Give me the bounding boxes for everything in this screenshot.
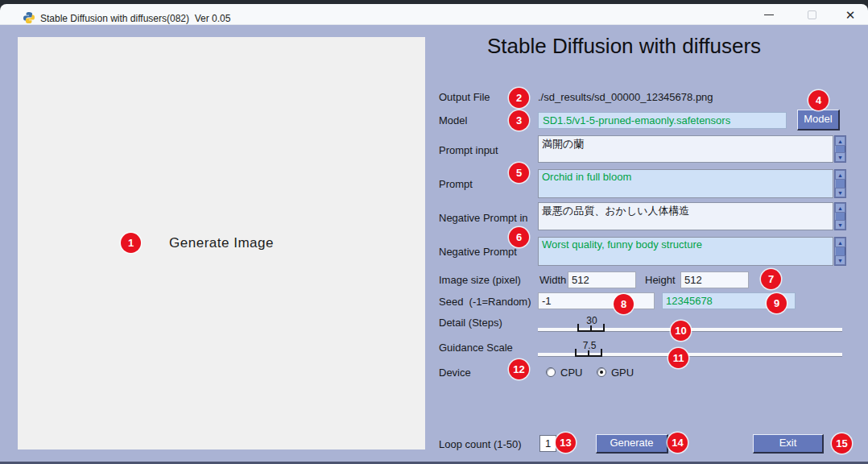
guidance-slider-handle[interactable] [575,349,602,357]
scroll-up-icon[interactable]: ▲ [835,238,845,247]
height-input[interactable]: 512 [680,271,749,288]
seed-input[interactable]: -1 [538,292,655,309]
minimize-icon [764,14,774,15]
image-preview-panel[interactable]: Generate Image [18,37,425,450]
annotation-badge-11: 11 [668,348,688,368]
main-content: Generate Image Stable Diffusion with dif… [0,25,868,464]
width-input[interactable]: 512 [568,271,636,288]
prompt-input-scrollbar[interactable]: ▲ ▼ [834,135,846,163]
window-title: Stable Diffusion with diffusers(082) Ver… [40,13,230,24]
exit-button[interactable]: Exit [753,434,824,454]
model-label: Model [439,114,467,126]
page-title: Stable Diffusion with diffusers [435,34,813,59]
scroll-down-icon[interactable]: ▼ [835,152,845,162]
annotation-badge-8: 8 [614,294,634,314]
app-window: Stable Diffusion with diffusers(082) Ver… [0,0,868,464]
preview-placeholder-label: Generate Image [169,235,274,251]
negative-prompt-input-field[interactable]: 最悪の品質、おかしい人体構造 [538,202,833,230]
steps-label: Detail (Steps) [439,317,502,329]
negative-prompt-scrollbar[interactable]: ▲ ▼ [834,237,846,266]
steps-slider-handle[interactable] [577,324,605,332]
maximize-button[interactable] [796,4,828,25]
width-label: Width [539,274,566,286]
guidance-label: Guidance Scale [439,342,513,354]
annotation-badge-6: 6 [509,227,529,247]
scroll-up-icon[interactable]: ▲ [835,136,845,146]
model-select-button[interactable]: Model [797,110,840,130]
scroll-down-icon[interactable]: ▼ [835,255,845,265]
annotation-badge-5: 5 [509,163,529,183]
annotation-badge-7: 7 [761,269,781,289]
output-file-label: Output File [439,91,490,103]
minimize-button[interactable] [753,4,785,25]
annotation-badge-13: 13 [556,433,576,453]
radio-gpu-label: GPU [611,367,634,379]
radio-gpu[interactable] [597,367,606,377]
model-path-field[interactable]: SD1.5/v1-5-pruned-emaonly.safetensors [538,112,787,129]
radio-cpu[interactable] [546,367,556,377]
negative-prompt-field[interactable]: Worst quality, funny body structure [538,237,833,266]
prompt-input-field[interactable]: 満開の蘭 [538,135,833,163]
scrollbar-thumb[interactable] [835,146,845,152]
titlebar: Stable Diffusion with diffusers(082) Ver… [0,4,868,25]
maximize-icon [808,10,816,19]
annotation-badge-3: 3 [509,110,529,130]
loop-count-label: Loop count (1-50) [439,438,522,450]
loop-count-input[interactable]: 1 [539,435,556,452]
height-label: Height [645,274,680,286]
negative-prompt-field-wrap: Worst quality, funny body structure ▲ ▼ [538,237,846,266]
prompt-label: Prompt [439,178,473,190]
negative-prompt-label: Negative Prompt [439,246,517,258]
prompt-scrollbar[interactable]: ▲ ▼ [834,169,846,198]
radio-cpu-label: CPU [560,367,582,379]
prompt-input-field-wrap: 満開の蘭 ▲ ▼ [538,135,846,163]
prompt-field-wrap: Orchid in full bloom ▲ ▼ [538,169,846,198]
scrollbar-thumb[interactable] [835,213,845,220]
seed-label: Seed (-1=Random) [439,296,531,308]
prompt-input-label: Prompt input [439,144,498,156]
scroll-down-icon[interactable]: ▼ [835,188,845,197]
output-file-value: ./sd_results/sd_00000_12345678.png [538,91,713,103]
annotation-badge-12: 12 [509,359,529,379]
annotation-badge-2: 2 [509,88,529,108]
negative-prompt-input-scrollbar[interactable]: ▲ ▼ [834,202,846,230]
scrollbar-thumb[interactable] [835,180,845,188]
negative-prompt-input-field-wrap: 最悪の品質、おかしい人体構造 ▲ ▼ [538,202,846,230]
annotation-badge-15: 15 [832,433,852,454]
scrollbar-thumb[interactable] [835,247,845,255]
annotation-badge-14: 14 [668,433,688,453]
image-size-label: Image size (pixel) [439,274,521,286]
generate-button[interactable]: Generate [596,434,668,454]
close-button[interactable]: ✕ [834,4,866,25]
scroll-down-icon[interactable]: ▼ [835,220,845,230]
scroll-up-icon[interactable]: ▲ [835,203,845,213]
negative-prompt-input-label: Negative Prompt in [439,212,528,224]
annotation-badge-10: 10 [671,321,691,341]
close-icon: ✕ [845,9,856,21]
scroll-up-icon[interactable]: ▲ [835,170,845,180]
annotation-badge-4: 4 [808,90,829,110]
python-app-icon [23,11,35,24]
prompt-field[interactable]: Orchid in full bloom [538,169,833,198]
annotation-badge-1: 1 [121,233,141,253]
device-label: Device [439,367,471,379]
annotation-badge-9: 9 [767,293,787,313]
